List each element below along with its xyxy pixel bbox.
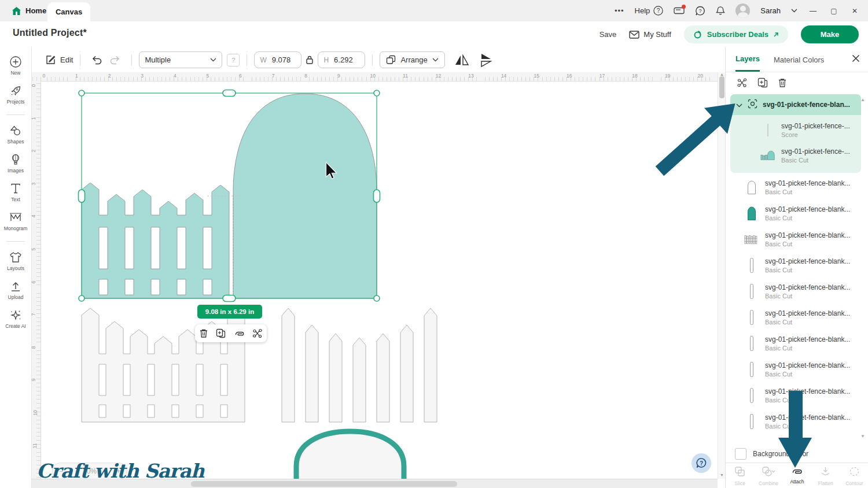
width-input[interactable] bbox=[271, 55, 297, 65]
minimize-button[interactable]: — bbox=[808, 7, 818, 15]
sidebar-item-text[interactable]: Text bbox=[9, 182, 22, 202]
maximize-button[interactable]: ▢ bbox=[829, 7, 839, 15]
selection-handle-top-left bbox=[79, 90, 84, 96]
panel-tabs: Layers Material Colors bbox=[726, 47, 868, 72]
feedback-icon[interactable]: ? bbox=[695, 6, 705, 16]
action-contour-button[interactable]: Contour bbox=[841, 466, 867, 486]
design-canvas[interactable] bbox=[32, 72, 718, 479]
duplicate-icon[interactable] bbox=[757, 77, 768, 88]
layer-name: svg-01-picket-fence-blank... bbox=[765, 179, 850, 187]
flip-horizontal-icon[interactable] bbox=[454, 54, 469, 66]
user-name[interactable]: Sarah bbox=[760, 6, 781, 15]
flip-vertical-icon[interactable] bbox=[479, 54, 494, 66]
action-combine-button[interactable]: Combine bbox=[756, 466, 781, 486]
close-panel-icon[interactable] bbox=[852, 54, 860, 65]
sidebar-item-create-ai[interactable]: Create AI bbox=[5, 309, 25, 329]
action-label: Contour bbox=[845, 480, 863, 486]
canvas-area[interactable]: 01234567891011121314151617181920 0123456… bbox=[32, 72, 725, 488]
sidebar-item-new[interactable]: New bbox=[9, 56, 22, 76]
scroll-down-icon[interactable]: ▼ bbox=[860, 434, 865, 439]
height-input[interactable] bbox=[333, 55, 359, 65]
layer-row[interactable]: svg-01-picket-fence-blank...Basic Cut bbox=[730, 356, 861, 382]
layer-group: svg-01-picket-fence-blan...svg-01-picket… bbox=[730, 94, 861, 173]
scrollbar-thumb[interactable] bbox=[719, 76, 724, 98]
selection-size-badge: 9.08 in x 6.29 in bbox=[197, 305, 262, 319]
sidebar-divider bbox=[6, 114, 25, 115]
selection-type-dropdown[interactable]: Multiple bbox=[139, 51, 222, 68]
layer-row[interactable]: svg-01-picket-fence-blank...Basic Cut bbox=[730, 226, 861, 252]
background-color-row[interactable]: Background Color bbox=[726, 445, 868, 463]
close-button[interactable]: ✕ bbox=[849, 7, 860, 15]
layer-thumb-bar bbox=[744, 335, 759, 352]
canvas-tab[interactable]: Canvas bbox=[47, 2, 90, 21]
attach-icon bbox=[791, 467, 803, 478]
sidebar-item-projects[interactable]: Projects bbox=[7, 84, 25, 105]
ungroup-icon[interactable] bbox=[252, 328, 263, 338]
layer-row[interactable]: svg-01-picket-fence-blank...Basic Cut bbox=[730, 408, 861, 434]
card-reader-icon[interactable] bbox=[674, 6, 685, 15]
layer-row[interactable]: svg-01-picket-fence-blank...Basic Cut bbox=[730, 200, 861, 226]
chevron-down-icon[interactable] bbox=[736, 99, 742, 110]
layer-linetype: Basic Cut bbox=[765, 293, 850, 300]
layer-thumb-arch-teal bbox=[744, 205, 759, 221]
layer-linetype: Basic Cut bbox=[765, 267, 850, 273]
delete-icon[interactable] bbox=[778, 77, 787, 88]
layer-row[interactable]: svg-01-picket-fence-...Score bbox=[730, 117, 861, 143]
layer-thumb-bar bbox=[744, 257, 759, 274]
group-icon[interactable] bbox=[737, 77, 748, 88]
selection-handle-top-center bbox=[223, 90, 236, 97]
tab-material-colors[interactable]: Material Colors bbox=[774, 56, 824, 64]
action-attach-button[interactable]: Attach bbox=[784, 467, 810, 485]
scrollbar-thumb[interactable] bbox=[191, 481, 457, 487]
vertical-scrollbar[interactable]: ▲ ▼ bbox=[718, 72, 726, 479]
make-button[interactable]: Make bbox=[801, 25, 859, 43]
my-stuff-button[interactable]: My Stuff bbox=[629, 30, 671, 39]
notifications-bell-icon[interactable] bbox=[716, 6, 725, 16]
tab-layers[interactable]: Layers bbox=[735, 47, 760, 72]
redo-button[interactable] bbox=[109, 55, 121, 65]
scroll-up-icon[interactable]: ▲ bbox=[860, 97, 865, 102]
selection-toolbar bbox=[195, 324, 267, 342]
project-title[interactable]: Untitled Project* bbox=[13, 28, 87, 38]
sidebar-item-layouts[interactable]: Layouts bbox=[7, 251, 24, 271]
layer-linetype: Basic Cut bbox=[765, 319, 850, 326]
divider bbox=[131, 54, 132, 66]
action-slice-button[interactable]: Slice bbox=[727, 466, 753, 486]
sidebar-item-monogram[interactable]: Monogram bbox=[4, 211, 28, 231]
duplicate-icon[interactable] bbox=[216, 328, 226, 338]
layer-name: svg-01-picket-fence-blank... bbox=[765, 335, 850, 343]
overflow-menu[interactable]: ••• bbox=[615, 6, 624, 15]
layer-linetype: Basic Cut bbox=[765, 397, 850, 404]
lock-aspect-icon[interactable] bbox=[306, 55, 314, 65]
layer-row[interactable]: svg-01-picket-fence-blank...Basic Cut bbox=[730, 174, 861, 200]
edit-button[interactable]: Edit bbox=[45, 54, 73, 65]
layer-row[interactable]: svg-01-picket-fence-blank...Basic Cut bbox=[730, 278, 861, 304]
sidebar-item-images[interactable]: Images bbox=[8, 153, 24, 173]
sidebar-item-upload[interactable]: Upload bbox=[8, 280, 24, 300]
height-field[interactable]: H bbox=[318, 51, 365, 68]
layer-row[interactable]: svg-01-picket-fence-blank...Basic Cut bbox=[730, 330, 861, 356]
home-tab[interactable]: Home bbox=[12, 0, 46, 21]
subscriber-deals-button[interactable]: Subscriber Deals bbox=[684, 25, 788, 43]
undo-button[interactable] bbox=[91, 55, 102, 65]
save-button[interactable]: Save bbox=[599, 30, 617, 39]
attach-icon[interactable] bbox=[234, 330, 245, 337]
width-field[interactable]: W bbox=[254, 51, 301, 68]
help-bubble-button[interactable]: ? bbox=[692, 453, 711, 473]
layer-row[interactable]: svg-01-picket-fence-blank...Basic Cut bbox=[730, 382, 861, 408]
arrange-dropdown[interactable]: Arrange bbox=[380, 51, 444, 68]
action-flatten-button[interactable]: Flatten bbox=[813, 466, 838, 486]
delete-icon[interactable] bbox=[199, 328, 208, 338]
chevron-down-icon[interactable] bbox=[791, 9, 797, 13]
layer-name: svg-01-picket-fence-blank... bbox=[765, 413, 850, 422]
hint-chip[interactable]: ? bbox=[227, 54, 240, 66]
user-avatar[interactable] bbox=[735, 3, 750, 18]
layer-row[interactable]: svg-01-picket-fence-blank...Basic Cut bbox=[730, 304, 861, 330]
layer-row[interactable]: svg-01-picket-fence-...Basic Cut bbox=[730, 143, 861, 168]
background-color-swatch[interactable] bbox=[735, 448, 746, 460]
layer-name: svg-01-picket-fence-blank... bbox=[765, 231, 850, 239]
sidebar-item-shapes[interactable]: Shapes bbox=[8, 124, 24, 145]
layer-group-header[interactable]: svg-01-picket-fence-blan... bbox=[730, 94, 861, 115]
help-menu[interactable]: Help ? bbox=[635, 6, 664, 16]
layer-row[interactable]: svg-01-picket-fence-blank...Basic Cut bbox=[730, 252, 861, 278]
